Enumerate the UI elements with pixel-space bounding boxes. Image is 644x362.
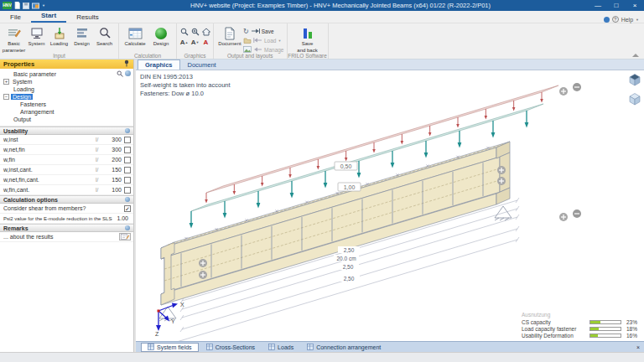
tab-results[interactable]: Results	[66, 12, 109, 23]
tree-item-loading[interactable]: Loading	[0, 85, 133, 93]
value-cell[interactable]: 300	[106, 137, 124, 142]
plus-circle-icon[interactable]	[199, 259, 207, 267]
value-cell[interactable]: 100	[106, 187, 124, 193]
value-cell[interactable]: 200	[106, 157, 124, 163]
value-cell[interactable]: 300	[106, 147, 124, 153]
system-button[interactable]: System	[25, 25, 48, 47]
document-button[interactable]: Document	[216, 25, 243, 47]
save-output-button[interactable]: ↻ Save	[243, 27, 284, 35]
checkbox[interactable]	[124, 187, 131, 194]
tree-item-design[interactable]: −Design	[0, 93, 133, 101]
section-settings-icon[interactable]	[125, 225, 130, 230]
maximize-button[interactable]: □	[607, 0, 626, 11]
group-label-output: Output and layouts	[214, 53, 287, 59]
font-increase-icon[interactable]: A▲	[179, 38, 189, 47]
font-decrease-icon[interactable]: A▼	[190, 38, 200, 47]
usability-row: w,fin,cant.l/100	[0, 185, 133, 195]
minus-circle-icon[interactable]	[573, 209, 581, 218]
tree-item-basic-parameter[interactable]: Basic parameter	[0, 70, 133, 78]
checkbox[interactable]	[124, 177, 131, 184]
tree-search-icon[interactable]	[117, 70, 123, 78]
basic-parameter-icon	[8, 26, 21, 40]
section-settings-icon[interactable]	[125, 197, 130, 202]
tree-settings-icon[interactable]	[125, 70, 131, 76]
properties-title: Properties	[3, 60, 34, 68]
ribbon-collapse-icon[interactable]	[632, 54, 639, 57]
zoom-icon[interactable]	[179, 27, 189, 36]
load-dropdown-icon: ▼	[278, 39, 281, 43]
new-document-icon[interactable]	[14, 2, 20, 9]
decor-arrowhead	[290, 193, 294, 199]
plus-circle-icon[interactable]	[559, 87, 568, 96]
basic-parameter-button[interactable]: Basic parameter	[3, 25, 25, 53]
tab-cross-sections[interactable]: Cross-Sections	[200, 343, 261, 352]
tree-item-system[interactable]: +System	[0, 78, 133, 85]
decor-arrowhead	[458, 142, 462, 148]
value-cell[interactable]: 1.00	[112, 215, 131, 221]
quick-access-dropdown-icon[interactable]: ▼	[42, 3, 45, 8]
tab-loads[interactable]: Loads	[262, 343, 299, 352]
section-settings-icon[interactable]	[125, 128, 130, 133]
expand-icon[interactable]: +	[3, 79, 9, 85]
value-cell[interactable]: 150	[106, 177, 124, 183]
view-3d-wire-icon[interactable]	[628, 92, 641, 106]
help-label[interactable]: Help	[621, 17, 633, 23]
checkbox[interactable]	[124, 157, 131, 163]
decor-arrowhead	[401, 141, 404, 145]
close-tab-bar-icon[interactable]: ×	[636, 344, 644, 350]
minus-circle-icon[interactable]	[573, 83, 581, 91]
decor-arrowhead	[428, 132, 432, 137]
tree-item-fasteners[interactable]: Fasteners	[0, 101, 133, 108]
view-3d-solid-icon[interactable]	[628, 73, 641, 86]
ribbon-group-graphics: A▲ A▼ A Graphics	[177, 23, 214, 59]
zoom-home-icon[interactable]	[201, 27, 210, 36]
checkbox[interactable]	[124, 167, 131, 173]
dim-label: 2,50	[344, 276, 355, 282]
help-dropdown-icon[interactable]: ▼	[636, 18, 639, 22]
checkbox[interactable]	[124, 147, 131, 153]
tab-system-fields[interactable]: System fields	[141, 343, 199, 352]
collapse-icon[interactable]: −	[3, 94, 9, 100]
save-icon[interactable]	[23, 3, 29, 9]
design-button[interactable]: Design	[70, 25, 93, 47]
value-cell[interactable]: 150	[106, 167, 124, 173]
tab-connection-arrangement[interactable]: Connection arrangement	[301, 343, 387, 352]
ribbon-group-input: Basic parameter System Loading Design Se…	[0, 23, 119, 59]
checkbox-checked[interactable]: ✓	[124, 205, 131, 212]
zoom-in-icon[interactable]	[190, 27, 200, 36]
loading-button[interactable]: Loading	[48, 25, 70, 47]
decor-arrowhead	[223, 213, 227, 219]
close-button[interactable]: ×	[626, 0, 644, 11]
window-manager-icon[interactable]	[32, 3, 39, 9]
ribbon-group-frilo: Save and back FRILO Software	[288, 23, 329, 59]
info-icon[interactable]	[604, 17, 610, 23]
tree-item-arrangement[interactable]: Arrangement	[0, 108, 133, 116]
tab-document[interactable]: Document	[181, 60, 223, 70]
tab-graphics[interactable]: Graphics	[138, 59, 180, 70]
search-button[interactable]: Search	[93, 25, 116, 47]
load-output-button[interactable]: Load ▼	[243, 36, 284, 44]
tab-start[interactable]: Start	[31, 10, 66, 23]
edit-remarks-button[interactable]	[119, 233, 131, 240]
utilization-bar	[589, 327, 621, 331]
properties-header: Properties	[0, 59, 133, 69]
manage-arrow-icon	[253, 46, 262, 53]
save-and-back-button[interactable]: Save and back	[290, 25, 325, 53]
pin-icon[interactable]	[123, 59, 130, 69]
checkbox[interactable]	[124, 137, 131, 143]
calculate-button[interactable]: Calculate	[122, 25, 148, 47]
app-logo-icon[interactable]: HNV	[3, 2, 12, 9]
tab-file[interactable]: File	[0, 12, 31, 23]
support-right	[495, 206, 512, 218]
graphics-canvas[interactable]: DIN EN 1995:2013 Self-weight is taken in…	[136, 70, 644, 341]
design-sphere-button[interactable]: Design	[148, 25, 174, 47]
minimize-button[interactable]: —	[589, 0, 607, 11]
help-question-icon[interactable]: ?	[612, 16, 619, 23]
font-color-icon[interactable]: A	[201, 38, 210, 47]
decor-arrowhead	[540, 99, 543, 103]
plus-circle-icon[interactable]	[559, 213, 568, 221]
tree-item-output[interactable]: Output	[0, 116, 133, 123]
plus-circle-icon[interactable]	[497, 177, 506, 185]
plus-circle-icon[interactable]	[199, 271, 207, 279]
plus-circle-icon[interactable]	[497, 166, 506, 174]
